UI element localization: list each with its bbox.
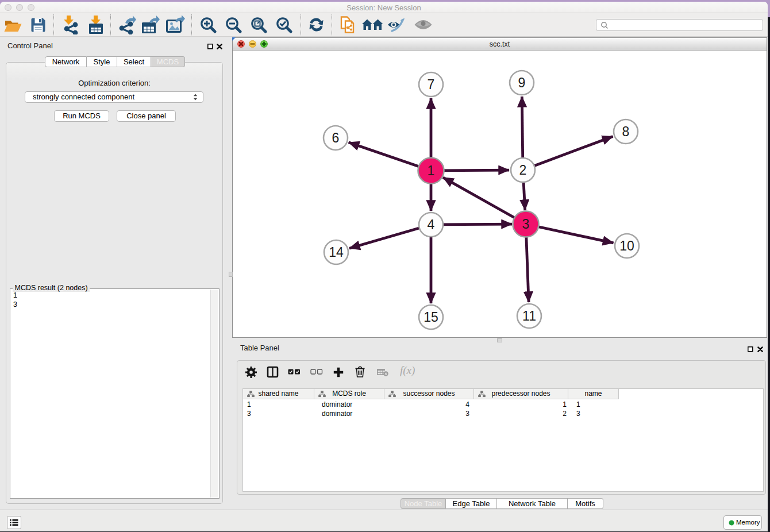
svg-text:11: 11 [522,309,536,323]
svg-text:1: 1 [428,163,435,178]
svg-text:15: 15 [424,310,438,325]
svg-text:3: 3 [522,217,530,232]
svg-text:4: 4 [428,217,435,232]
svg-text:7: 7 [428,77,435,92]
svg-text:9: 9 [518,75,526,90]
svg-text:2: 2 [519,163,527,178]
svg-text:10: 10 [619,238,634,253]
svg-text:6: 6 [332,130,340,145]
svg-text:8: 8 [622,124,630,139]
svg-text:14: 14 [329,245,344,260]
